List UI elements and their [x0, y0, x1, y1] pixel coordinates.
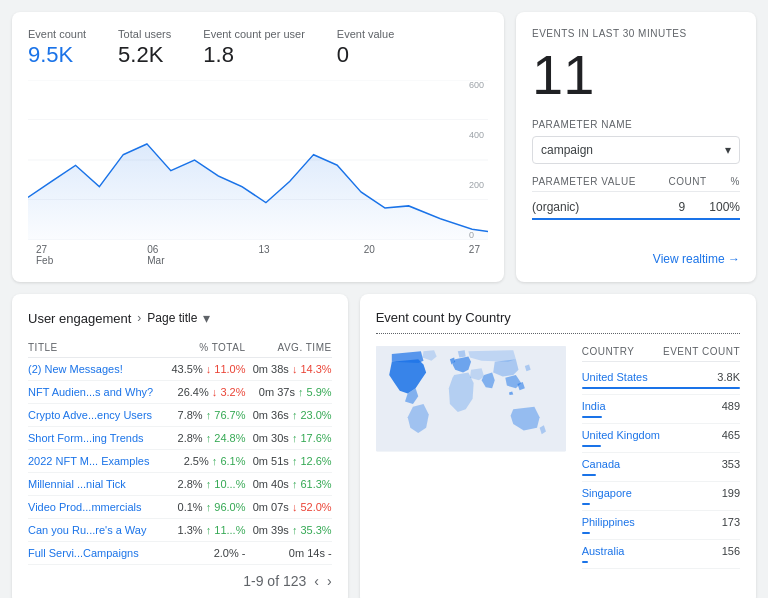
table-row: 2022 NFT M... Examples 2.5% ↑ 6.1% 0m 51… — [28, 450, 332, 473]
total-users-label: Total users — [118, 28, 171, 40]
geo-country[interactable]: United Kingdom — [582, 429, 660, 441]
title-cell[interactable]: Crypto Adve...ency Users — [28, 404, 165, 427]
avg-cell: 0m 39s ↑ 35.3% — [245, 519, 331, 542]
geo-country[interactable]: Canada — [582, 458, 621, 470]
geo-table: COUNTRY EVENT COUNT United States 3.8K I… — [582, 346, 740, 569]
breadcrumb-link[interactable]: Page title — [147, 311, 197, 325]
engagement-title: User engagement — [28, 311, 131, 326]
view-realtime-link[interactable]: View realtime → — [532, 240, 740, 266]
country-bar — [582, 532, 590, 534]
event-per-user-metric: Event count per user 1.8 — [203, 28, 305, 68]
table-row: Short Form...ing Trends 2.8% ↑ 24.8% 0m … — [28, 427, 332, 450]
geo-country[interactable]: Philippines — [582, 516, 635, 528]
table-row: Millennial ...nial Tick 2.8% ↑ 10...% 0m… — [28, 473, 332, 496]
title-cell[interactable]: Can you Ru...re's a Way — [28, 519, 165, 542]
title-cell[interactable]: (2) New Messages! — [28, 358, 165, 381]
metrics-row: Event count 9.5K Total users 5.2K Event … — [28, 28, 488, 68]
event-count-metric: Event count 9.5K — [28, 28, 86, 68]
param-row: (organic) 9 100% — [532, 196, 740, 220]
country-col-header: COUNTRY — [582, 346, 635, 357]
main-chart-card: Event count 9.5K Total users 5.2K Event … — [12, 12, 504, 282]
pagination: 1-9 of 123 ‹ › — [28, 573, 332, 589]
title-cell[interactable]: 2022 NFT M... Examples — [28, 450, 165, 473]
card-header: User engagement › Page title ▾ — [28, 310, 332, 326]
avg-cell: 0m 30s ↑ 17.6% — [245, 427, 331, 450]
param-row-name: (organic) — [532, 200, 579, 214]
geo-country[interactable]: Australia — [582, 545, 625, 557]
table-row: (2) New Messages! 43.5% ↓ 11.0% 0m 38s ↓… — [28, 358, 332, 381]
table-row: Video Prod...mmercials 0.1% ↑ 96.0% 0m 0… — [28, 496, 332, 519]
geo-row: Canada 353 — [582, 453, 740, 482]
pct-cell: 1.3% ↑ 11...% — [165, 519, 246, 542]
param-pct-col-label: % — [731, 176, 740, 187]
avg-cell: 0m 14s - — [245, 542, 331, 565]
avg-cell: 0m 37s ↑ 5.9% — [245, 381, 331, 404]
event-count-value: 9.5K — [28, 42, 86, 68]
event-per-user-label: Event count per user — [203, 28, 305, 40]
event-value-value: 0 — [337, 42, 394, 68]
geo-content: COUNTRY EVENT COUNT United States 3.8K I… — [376, 346, 740, 569]
geo-country[interactable]: United States — [582, 371, 648, 383]
avg-cell: 0m 36s ↑ 23.0% — [245, 404, 331, 427]
geo-country[interactable]: Singapore — [582, 487, 632, 499]
avg-cell: 0m 07s ↓ 52.0% — [245, 496, 331, 519]
engagement-table: TITLE % TOTAL AVG. TIME (2) New Messages… — [28, 338, 332, 565]
bottom-row: User engagement › Page title ▾ TITLE % T… — [12, 294, 756, 598]
dashboard: Event count 9.5K Total users 5.2K Event … — [0, 0, 768, 598]
pct-cell: 2.8% ↑ 10...% — [165, 473, 246, 496]
table-row: NFT Audien...s and Why? 26.4% ↓ 3.2% 0m … — [28, 381, 332, 404]
geo-count: 353 — [722, 458, 740, 470]
param-count-col-label: COUNT — [669, 176, 707, 187]
pct-cell: 2.0% - — [165, 542, 246, 565]
geo-row: Australia 156 — [582, 540, 740, 569]
geo-count: 489 — [722, 400, 740, 412]
pct-cell: 43.5% ↓ 11.0% — [165, 358, 246, 381]
avg-cell: 0m 51s ↑ 12.6% — [245, 450, 331, 473]
dropdown-icon[interactable]: ▾ — [203, 310, 210, 326]
title-cell[interactable]: NFT Audien...s and Why? — [28, 381, 165, 404]
country-bar — [582, 503, 590, 505]
param-select[interactable]: campaign ▾ — [532, 136, 740, 164]
avg-cell: 0m 40s ↑ 61.3% — [245, 473, 331, 496]
total-users-value: 5.2K — [118, 42, 171, 68]
param-value-col-label: PARAMETER VALUE — [532, 176, 636, 187]
x-axis-labels: 27Feb 06Mar 13 20 27 — [28, 244, 488, 266]
realtime-number: 11 — [532, 47, 740, 103]
title-cell[interactable]: Full Servi...Campaigns — [28, 542, 165, 565]
pct-cell: 2.5% ↑ 6.1% — [165, 450, 246, 473]
pagination-info: 1-9 of 123 — [243, 573, 306, 589]
y-axis-labels: 600 400 200 0 — [465, 80, 488, 240]
pct-cell: 0.1% ↑ 96.0% — [165, 496, 246, 519]
param-select-value: campaign — [541, 143, 593, 157]
event-count-label: Event count — [28, 28, 86, 40]
table-header-row: TITLE % TOTAL AVG. TIME — [28, 338, 332, 358]
geo-count: 156 — [722, 545, 740, 557]
geo-card: Event count by Country — [360, 294, 756, 598]
engagement-card: User engagement › Page title ▾ TITLE % T… — [12, 294, 348, 598]
event-count-col-header: EVENT COUNT — [663, 346, 740, 357]
geo-row: Philippines 173 — [582, 511, 740, 540]
geo-rows: United States 3.8K India 489 United King… — [582, 366, 740, 569]
table-row: Full Servi...Campaigns 2.0% - 0m 14s - — [28, 542, 332, 565]
pct-cell: 7.8% ↑ 76.7% — [165, 404, 246, 427]
realtime-title: EVENTS IN LAST 30 MINUTES — [532, 28, 740, 39]
avg-cell: 0m 38s ↓ 14.3% — [245, 358, 331, 381]
chevron-down-icon: ▾ — [725, 143, 731, 157]
param-row-pct: 100% — [709, 200, 740, 214]
event-per-user-value: 1.8 — [203, 42, 305, 68]
chart-svg — [28, 80, 488, 240]
param-name-label: PARAMETER NAME — [532, 119, 740, 130]
table-row: Can you Ru...re's a Way 1.3% ↑ 11...% 0m… — [28, 519, 332, 542]
prev-page-button[interactable]: ‹ — [314, 573, 319, 589]
pct-col-header: % TOTAL — [165, 338, 246, 358]
title-cell[interactable]: Short Form...ing Trends — [28, 427, 165, 450]
title-cell[interactable]: Millennial ...nial Tick — [28, 473, 165, 496]
next-page-button[interactable]: › — [327, 573, 332, 589]
geo-country[interactable]: India — [582, 400, 606, 412]
total-users-metric: Total users 5.2K — [118, 28, 171, 68]
title-cell[interactable]: Video Prod...mmercials — [28, 496, 165, 519]
top-row: Event count 9.5K Total users 5.2K Event … — [12, 12, 756, 282]
geo-row: United Kingdom 465 — [582, 424, 740, 453]
geo-count: 199 — [722, 487, 740, 499]
world-map — [376, 346, 566, 455]
